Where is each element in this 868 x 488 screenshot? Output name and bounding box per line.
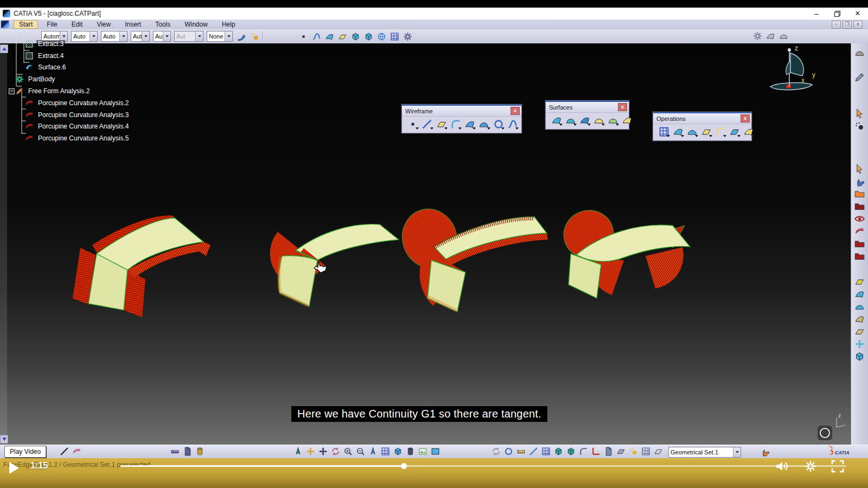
scroll-up-button[interactable]	[0, 44, 8, 53]
line-icon[interactable]	[422, 119, 432, 130]
tree-item-surface-6[interactable]: Surface.6	[8, 62, 181, 74]
sweep-surface-icon[interactable]	[579, 115, 590, 126]
painter-icon[interactable]	[250, 32, 259, 41]
corner-icon[interactable]	[450, 119, 461, 130]
knowledge-gear-icon[interactable]	[403, 32, 412, 41]
revolve-surface-icon[interactable]	[565, 115, 576, 126]
capture-indicator[interactable]	[818, 426, 832, 440]
fillet-icon[interactable]	[687, 126, 698, 138]
rotate-op-icon[interactable]	[715, 126, 726, 138]
menu-tools[interactable]: Tools	[150, 20, 176, 29]
multi-view-icon[interactable]	[381, 447, 390, 456]
3d-viewport[interactable]: – Extract.3 Extract.4 Surface.6 PartBody	[0, 43, 868, 445]
connect-curve-icon[interactable]	[464, 119, 475, 130]
zoom-out-icon[interactable]	[356, 447, 365, 456]
plane-icon[interactable]	[436, 119, 447, 130]
close-icon[interactable]: x	[741, 114, 750, 123]
keep-mode-icon[interactable]	[364, 32, 373, 41]
fullscreen-icon[interactable]	[831, 459, 845, 473]
hand-selection-icon[interactable]	[854, 176, 865, 187]
tree-item-porcupine-2[interactable]: Porcupine Curvature Analysis.2	[8, 97, 181, 109]
catalog-browser-icon[interactable]	[377, 32, 386, 41]
menu-insert[interactable]: Insert	[119, 20, 146, 29]
seek-bar[interactable]	[120, 465, 846, 467]
volumes-icon[interactable]	[854, 351, 865, 362]
close-button[interactable]: ×	[847, 8, 868, 20]
clock-icon[interactable]	[504, 447, 513, 456]
tree-item-porcupine-5[interactable]: Porcupine Curvature Analysis.5	[8, 132, 181, 144]
copy-graphic-properties-icon[interactable]	[237, 32, 246, 41]
measure-item-icon[interactable]	[183, 447, 192, 456]
symmetry-shape-icon[interactable]	[854, 301, 865, 312]
pan-icon[interactable]	[318, 447, 328, 456]
operations-toolbar-title[interactable]: Operations x	[653, 112, 751, 124]
turntable-icon[interactable]	[492, 447, 501, 456]
select-arrow-icon[interactable]	[854, 164, 865, 174]
project-curve-icon[interactable]	[478, 119, 489, 130]
snap-point-icon[interactable]	[566, 447, 576, 456]
fill-surface-icon[interactable]	[608, 115, 618, 126]
draft-analysis-icon[interactable]	[854, 214, 865, 224]
restore-button[interactable]	[827, 8, 847, 20]
menu-start[interactable]: Start	[14, 20, 38, 29]
overload-icon[interactable]	[351, 32, 360, 41]
menu-window[interactable]: Window	[179, 20, 213, 29]
axis-system-icon[interactable]	[591, 447, 601, 456]
circle-icon[interactable]	[493, 119, 504, 130]
split-icon[interactable]	[673, 126, 684, 138]
offset-shape-icon[interactable]	[854, 314, 865, 324]
child-close-button[interactable]: x	[853, 21, 863, 29]
child-restore-button[interactable]: ❐	[843, 21, 852, 29]
menu-file[interactable]: File	[41, 20, 62, 29]
design-table-icon[interactable]	[390, 32, 399, 41]
wireframe-mode-icon[interactable]	[779, 31, 788, 41]
surfaces-toolbar-title[interactable]: Surfaces x	[546, 101, 629, 112]
measure-inertia-icon[interactable]	[195, 447, 205, 456]
wireframe-toolbar[interactable]: Wireframe x	[401, 104, 522, 133]
symmetry-icon[interactable]	[729, 126, 740, 138]
menu-view[interactable]: View	[91, 20, 116, 29]
tree-item-free-form-analysis-2[interactable]: Free Form Analysis.2	[8, 85, 181, 97]
chevron-down-icon[interactable]	[195, 31, 203, 41]
mapping-analysis-icon[interactable]	[854, 239, 865, 249]
join-icon[interactable]	[659, 126, 669, 138]
shading-mode-icon[interactable]	[766, 31, 775, 41]
extrapolate-icon[interactable]	[743, 126, 754, 138]
point-tool-icon[interactable]	[299, 32, 308, 41]
measure-up-icon[interactable]	[516, 447, 526, 456]
tree-item-partbody[interactable]: PartBody	[8, 73, 181, 85]
sheet-icon[interactable]	[654, 447, 663, 456]
catalog-folder-icon[interactable]	[854, 189, 865, 199]
align-icon[interactable]	[529, 447, 538, 456]
text-cursor-icon[interactable]	[60, 447, 69, 456]
render-style-icon[interactable]	[418, 447, 427, 456]
tree-scrollbar[interactable]	[0, 44, 7, 444]
shaded-view-icon[interactable]	[854, 48, 865, 58]
sketcher-icon[interactable]	[854, 72, 865, 82]
zoom-in-icon[interactable]	[343, 447, 353, 456]
seek-handle[interactable]	[401, 463, 407, 469]
surface-tool-icon[interactable]	[325, 32, 334, 41]
fly-mode-icon[interactable]	[293, 447, 303, 456]
rotate-view-icon[interactable]	[331, 447, 340, 456]
minimize-button[interactable]: –	[806, 8, 827, 20]
child-minimize-button[interactable]: –	[832, 21, 841, 29]
tree-item-extract-3[interactable]: Extract.3	[8, 38, 181, 50]
graphic-combo-7[interactable]: None	[207, 31, 233, 42]
surfaces-toolbar[interactable]: Surfaces x	[545, 100, 629, 130]
close-icon[interactable]: x	[618, 103, 627, 111]
quick-direction-icon[interactable]	[579, 447, 588, 456]
curve-tool-icon[interactable]	[312, 32, 321, 41]
iso-view-icon[interactable]	[393, 447, 403, 456]
curve-analysis-icon[interactable]	[72, 447, 81, 456]
control-points-icon[interactable]	[854, 289, 865, 299]
fit-all-icon[interactable]	[306, 447, 315, 456]
work-support-icon[interactable]	[554, 447, 563, 456]
settings-gear-icon[interactable]	[753, 31, 762, 41]
point-icon[interactable]	[407, 119, 418, 130]
menu-edit[interactable]: Edit	[66, 20, 88, 29]
blend-surface-icon[interactable]	[622, 115, 633, 126]
grid-icon[interactable]	[541, 447, 551, 456]
tree-item-porcupine-4[interactable]: Porcupine Curvature Analysis.4	[8, 121, 181, 133]
offset-surface-icon[interactable]	[551, 115, 562, 126]
